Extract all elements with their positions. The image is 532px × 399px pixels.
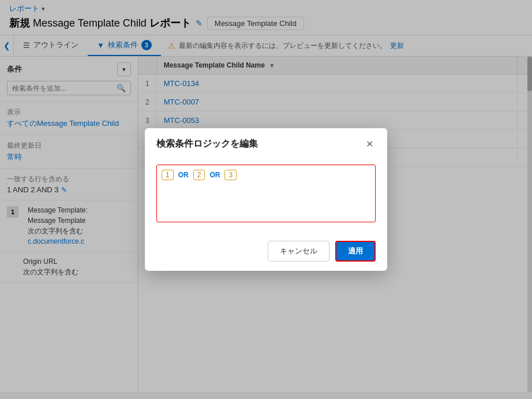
modal-overlay: 検索条件ロジックを編集 ✕ 1 OR 2 OR 3 キャンセル 適用 (0, 0, 532, 399)
logic-token-2: 2 (193, 170, 205, 180)
cancel-button[interactable]: キャンセル (268, 241, 329, 262)
logic-op-or-1: OR (176, 170, 191, 180)
modal-close-button[interactable]: ✕ (364, 137, 376, 151)
modal-title: 検索条件ロジックを編集 (156, 138, 258, 150)
logic-tokens: 1 OR 2 OR 3 (162, 170, 370, 180)
modal-footer: キャンセル 適用 (145, 234, 387, 271)
modal-dialog: 検索条件ロジックを編集 ✕ 1 OR 2 OR 3 キャンセル 適用 (145, 128, 387, 271)
logic-token-3: 3 (224, 170, 237, 180)
logic-op-or-2: OR (207, 170, 222, 180)
apply-button[interactable]: 適用 (335, 241, 376, 262)
modal-header: 検索条件ロジックを編集 ✕ (145, 128, 387, 158)
logic-input-box[interactable]: 1 OR 2 OR 3 (156, 165, 376, 222)
modal-body: 1 OR 2 OR 3 (145, 158, 387, 234)
logic-token-1: 1 (162, 170, 174, 180)
